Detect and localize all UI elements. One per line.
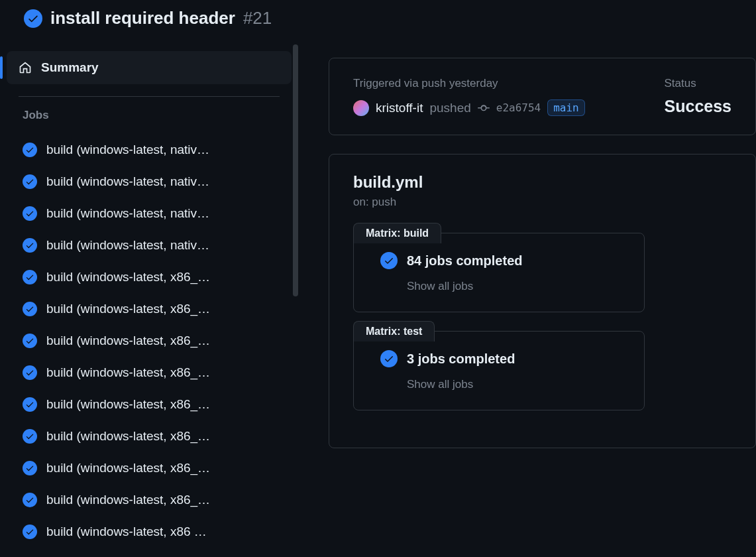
commit-icon [478, 102, 490, 114]
check-circle-icon [23, 493, 37, 507]
matrix-tab: Matrix: build [353, 223, 441, 243]
workflow-run-header: install required header #21 [0, 0, 756, 44]
divider [19, 96, 280, 97]
author-link[interactable]: kristoff-it [376, 101, 423, 115]
run-number: #21 [243, 8, 272, 29]
run-info-card: Triggered via push yesterday kristoff-it… [329, 58, 756, 135]
job-label: build (windows-latest, nativ… [46, 174, 209, 189]
workflow-on-trigger: on: push [353, 196, 731, 209]
job-item[interactable]: build (windows-latest, x86_… [7, 420, 292, 452]
job-item[interactable]: build (windows-latest, nativ… [7, 134, 292, 166]
jobs-list: build (windows-latest, nativ…build (wind… [7, 134, 292, 548]
job-item[interactable]: build (windows-latest, nativ… [7, 229, 292, 261]
check-circle-icon [23, 365, 37, 380]
check-circle-icon [23, 143, 37, 157]
check-circle-icon [380, 252, 398, 269]
job-label: build (windows-latest, x86_… [46, 461, 210, 475]
summary-nav-item[interactable]: Summary [7, 51, 292, 84]
matrix-completed-text: 3 jobs completed [407, 351, 515, 367]
job-item[interactable]: build (windows-latest, nativ… [7, 166, 292, 198]
job-label: build (windows-latest, x86_… [46, 365, 210, 380]
check-circle-icon [23, 334, 37, 348]
job-item[interactable]: build (windows-latest, x86 … [7, 516, 292, 548]
show-all-jobs-link[interactable]: Show all jobs [407, 280, 618, 293]
job-item[interactable]: build (windows-latest, x86_… [7, 452, 292, 484]
pushed-text: pushed [429, 101, 470, 115]
check-circle-icon [380, 350, 398, 367]
job-item[interactable]: build (windows-latest, x86_… [7, 484, 292, 516]
job-label: build (windows-latest, nativ… [46, 206, 209, 221]
avatar[interactable] [353, 100, 369, 116]
sidebar: Summary Jobs build (windows-latest, nati… [0, 44, 298, 555]
check-circle-icon [23, 397, 37, 412]
job-label: build (windows-latest, x86_… [46, 493, 210, 507]
job-item[interactable]: build (windows-latest, nativ… [7, 198, 292, 229]
check-circle-icon [23, 238, 37, 253]
job-label: build (windows-latest, x86 … [46, 525, 207, 539]
check-circle-icon [23, 270, 37, 284]
show-all-jobs-link[interactable]: Show all jobs [407, 378, 618, 391]
workflow-title: install required header [50, 8, 235, 29]
status-label: Status [665, 77, 731, 90]
job-label: build (windows-latest, nativ… [46, 238, 209, 253]
trigger-label: Triggered via push yesterday [353, 77, 665, 90]
branch-label[interactable]: main [547, 99, 585, 116]
main-content: Triggered via push yesterday kristoff-it… [298, 44, 756, 555]
check-circle-icon [23, 429, 37, 444]
status-value: Success [665, 97, 731, 116]
matrix-status-row: 3 jobs completed [380, 350, 618, 367]
check-circle-icon [23, 525, 37, 539]
matrices-container: Matrix: build84 jobs completedShow all j… [353, 233, 731, 410]
matrix-status-row: 84 jobs completed [380, 252, 618, 269]
summary-label: Summary [41, 60, 99, 75]
job-item[interactable]: build (windows-latest, x86_… [7, 357, 292, 389]
check-circle-icon [23, 302, 37, 316]
job-label: build (windows-latest, nativ… [46, 143, 209, 157]
home-icon [19, 61, 32, 74]
job-item[interactable]: build (windows-latest, x86_… [7, 325, 292, 357]
job-label: build (windows-latest, x86_… [46, 302, 210, 316]
matrix-box[interactable]: Matrix: test3 jobs completedShow all job… [353, 331, 645, 410]
jobs-heading: Jobs [7, 109, 292, 134]
job-label: build (windows-latest, x86_… [46, 334, 210, 348]
job-item[interactable]: build (windows-latest, x86_… [7, 389, 292, 420]
job-item[interactable]: build (windows-latest, x86_… [7, 261, 292, 293]
workflow-card: build.yml on: push Matrix: build84 jobs … [329, 154, 756, 448]
job-label: build (windows-latest, x86_… [46, 397, 210, 412]
commit-sha[interactable]: e2a6754 [496, 101, 541, 114]
check-circle-icon [23, 206, 37, 221]
matrix-completed-text: 84 jobs completed [407, 253, 523, 269]
trigger-row: kristoff-it pushed e2a6754 main [353, 99, 665, 116]
job-item[interactable]: build (windows-latest, x86_… [7, 293, 292, 325]
job-label: build (windows-latest, x86_… [46, 429, 210, 444]
matrix-tab: Matrix: test [353, 321, 435, 341]
check-circle-icon [23, 174, 37, 189]
workflow-file-name: build.yml [353, 173, 731, 192]
matrix-box[interactable]: Matrix: build84 jobs completedShow all j… [353, 233, 645, 312]
check-circle-icon [24, 9, 42, 28]
check-circle-icon [23, 461, 37, 475]
job-label: build (windows-latest, x86_… [46, 270, 210, 284]
